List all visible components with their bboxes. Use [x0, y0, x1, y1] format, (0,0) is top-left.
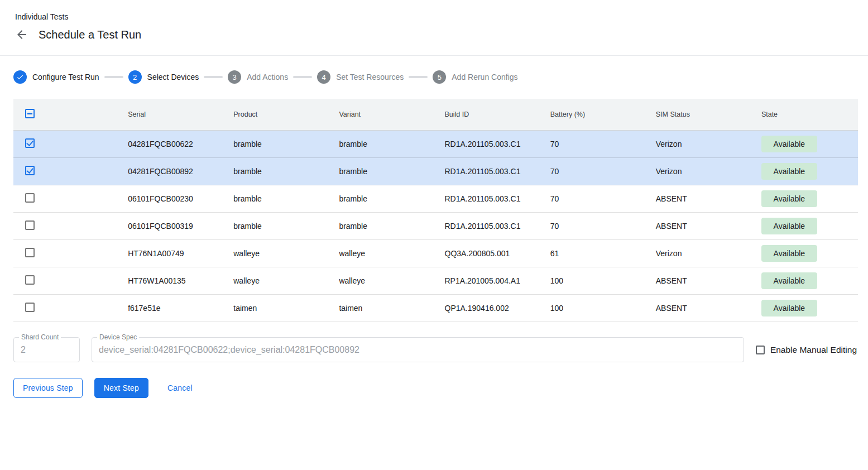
- manual-editing-checkbox[interactable]: [756, 346, 765, 354]
- action-bar: Previous Step Next Step Cancel: [13, 378, 855, 398]
- cell-sim-status: Verizon: [647, 140, 752, 148]
- select-all-checkbox[interactable]: [25, 109, 35, 118]
- cell-serial: f617e51e: [119, 304, 224, 313]
- state-badge: Available: [761, 136, 817, 152]
- cell-serial: HT76N1A00749: [119, 249, 224, 258]
- cell-build-id: RD1A.201105.003.C1: [436, 167, 541, 176]
- table-row[interactable]: HT76W1A00135 walleye walleye RP1A.201005…: [13, 267, 858, 295]
- table-row[interactable]: f617e51e taimen taimen QP1A.190416.002 1…: [13, 295, 858, 322]
- row-checkbox[interactable]: [25, 303, 35, 312]
- step-number: 4: [317, 70, 330, 84]
- step-label: Add Rerun Configs: [452, 73, 517, 81]
- step-set-test-resources[interactable]: 4 Set Test Resources: [317, 70, 404, 84]
- cell-build-id: RP1A.201005.004.A1: [436, 276, 541, 285]
- state-badge: Available: [761, 218, 817, 234]
- cell-product: bramble: [224, 222, 330, 231]
- shard-count-input[interactable]: [14, 345, 79, 355]
- step-add-actions[interactable]: 3 Add Actions: [228, 70, 288, 84]
- back-arrow-icon[interactable]: [15, 28, 28, 41]
- cell-variant: walleye: [330, 249, 435, 258]
- step-number: 5: [433, 70, 446, 84]
- cell-build-id: RD1A.201105.003.C1: [436, 194, 541, 203]
- step-select-devices[interactable]: 2 Select Devices: [128, 70, 199, 84]
- row-checkbox[interactable]: [25, 193, 35, 203]
- cell-sim-status: ABSENT: [647, 276, 752, 285]
- shard-count-label: Shard Count: [19, 333, 61, 341]
- cell-product: bramble: [224, 194, 330, 203]
- row-checkbox[interactable]: [25, 138, 35, 148]
- row-checkbox[interactable]: [25, 275, 35, 285]
- cell-build-id: RD1A.201105.003.C1: [436, 222, 541, 231]
- breadcrumb: Individual Tests: [15, 12, 855, 21]
- step-connector: [104, 76, 123, 78]
- step-number: 3: [228, 70, 241, 84]
- device-spec-input[interactable]: [92, 345, 744, 355]
- row-checkbox[interactable]: [25, 220, 35, 230]
- cell-serial: 04281FQCB00622: [119, 140, 224, 148]
- cell-product: bramble: [224, 140, 330, 148]
- cell-variant: bramble: [330, 222, 435, 231]
- step-connector: [293, 76, 312, 78]
- cell-sim-status: ABSENT: [647, 222, 752, 231]
- cell-variant: taimen: [330, 304, 435, 313]
- cell-product: walleye: [224, 249, 330, 258]
- cell-battery: 70: [541, 194, 647, 203]
- step-label: Configure Test Run: [32, 73, 99, 81]
- table-header-row: Serial Product Variant Build ID Battery …: [13, 99, 858, 131]
- state-badge: Available: [761, 272, 817, 289]
- cell-build-id: RD1A.201105.003.C1: [436, 140, 541, 148]
- stepper: Configure Test Run 2 Select Devices 3 Ad…: [13, 70, 855, 84]
- cell-battery: 70: [541, 167, 647, 176]
- device-spec-form: Shard Count Device Spec Enable Manual Ed…: [13, 337, 858, 362]
- column-header-state: State: [752, 111, 858, 118]
- cell-sim-status: ABSENT: [647, 304, 752, 313]
- page-header: Individual Tests Schedule a Test Run: [0, 0, 868, 56]
- manual-editing-label: Enable Manual Editing: [770, 345, 857, 355]
- row-checkbox[interactable]: [25, 248, 35, 257]
- column-header-variant: Variant: [330, 111, 435, 118]
- cell-serial: HT76W1A00135: [119, 276, 224, 285]
- column-header-sim-status: SIM Status: [647, 111, 752, 118]
- previous-step-button[interactable]: Previous Step: [13, 378, 83, 398]
- page-title: Schedule a Test Run: [39, 28, 141, 41]
- cell-variant: walleye: [330, 276, 435, 285]
- cell-serial: 06101FQCB00230: [119, 194, 224, 203]
- table-row[interactable]: 04281FQCB00892 bramble bramble RD1A.2011…: [13, 158, 858, 185]
- cell-build-id: QQ3A.200805.001: [436, 249, 541, 258]
- column-header-battery: Battery (%): [541, 111, 647, 118]
- step-label: Set Test Resources: [336, 73, 404, 81]
- cell-sim-status: Verizon: [647, 167, 752, 176]
- cell-product: taimen: [224, 304, 330, 313]
- table-row[interactable]: HT76N1A00749 walleye walleye QQ3A.200805…: [13, 240, 858, 267]
- cell-build-id: QP1A.190416.002: [436, 304, 541, 313]
- cell-product: bramble: [224, 167, 330, 176]
- cell-variant: bramble: [330, 167, 435, 176]
- cell-serial: 06101FQCB00319: [119, 222, 224, 231]
- device-spec-label: Device Spec: [97, 333, 139, 341]
- column-header-serial: Serial: [119, 111, 224, 118]
- device-table: Serial Product Variant Build ID Battery …: [13, 99, 858, 322]
- next-step-button[interactable]: Next Step: [94, 378, 148, 398]
- cell-battery: 61: [541, 249, 647, 258]
- state-badge: Available: [761, 190, 817, 207]
- shard-count-field: Shard Count: [13, 337, 80, 362]
- row-checkbox[interactable]: [25, 166, 35, 175]
- cell-variant: bramble: [330, 194, 435, 203]
- cell-serial: 04281FQCB00892: [119, 167, 224, 176]
- cell-battery: 70: [541, 222, 647, 231]
- cancel-button[interactable]: Cancel: [159, 378, 202, 398]
- device-spec-field: Device Spec: [92, 337, 744, 362]
- step-configure-test-run[interactable]: Configure Test Run: [13, 70, 99, 84]
- state-badge: Available: [761, 300, 817, 316]
- state-badge: Available: [761, 163, 817, 180]
- state-badge: Available: [761, 245, 817, 262]
- table-row[interactable]: 06101FQCB00319 bramble bramble RD1A.2011…: [13, 213, 858, 240]
- enable-manual-editing[interactable]: Enable Manual Editing: [756, 345, 858, 355]
- cell-sim-status: Verizon: [647, 249, 752, 258]
- table-row[interactable]: 06101FQCB00230 bramble bramble RD1A.2011…: [13, 185, 858, 213]
- step-add-rerun-configs[interactable]: 5 Add Rerun Configs: [433, 70, 517, 84]
- step-number: 2: [128, 70, 142, 84]
- cell-battery: 100: [541, 276, 647, 285]
- cell-product: walleye: [224, 276, 330, 285]
- table-row[interactable]: 04281FQCB00622 bramble bramble RD1A.2011…: [13, 131, 858, 158]
